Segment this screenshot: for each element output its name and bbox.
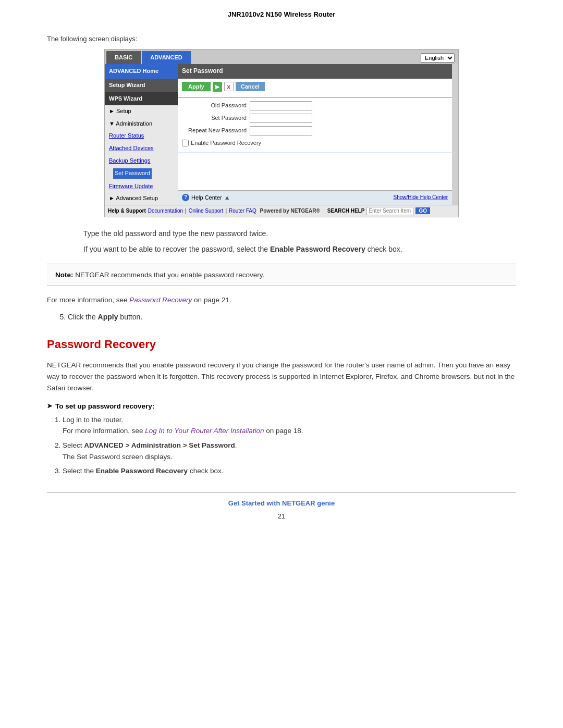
sidebar-wps-wizard[interactable]: WPS Wizard (105, 92, 178, 106)
footer-page-number: 21 (47, 511, 516, 522)
search-input[interactable] (366, 207, 413, 215)
sub-step-1: Log in to the router. For more informati… (63, 414, 516, 437)
router-body: ADVANCED Home Setup Wizard WPS Wizard ► … (105, 64, 458, 205)
documentation-link[interactable]: Documentation (148, 207, 183, 215)
note-box: Note: NETGEAR recommends that you enable… (47, 264, 516, 287)
powered-by-label: Powered by NETGEAR® (259, 207, 320, 215)
section-para1: NETGEAR recommends that you enable passw… (47, 360, 516, 393)
sidebar-advanced-home[interactable]: ADVANCED Home (105, 64, 178, 79)
step-5: Click the Apply button. (68, 311, 516, 323)
sidebar-setup[interactable]: ► Setup (105, 105, 178, 118)
to-setup-label: To set up password recovery: (47, 401, 516, 412)
cancel-button[interactable]: Cancel (236, 82, 265, 91)
repeat-password-input[interactable] (250, 126, 312, 135)
online-support-link[interactable]: Online Support (189, 207, 224, 215)
router-faq-link[interactable]: Router FAQ (229, 207, 256, 215)
page-title: JNR1010v2 N150 Wireless Router (42, 10, 521, 18)
note-text: NETGEAR recommends that you enable passw… (75, 271, 264, 279)
apply-button[interactable]: Apply (182, 82, 211, 91)
old-password-input[interactable] (250, 101, 312, 110)
sidebar-attached-devices[interactable]: Attached Devices (105, 142, 178, 155)
help-support-label: Help & Support (108, 207, 146, 215)
note-label: Note: (55, 271, 74, 279)
apply-arrow-button[interactable]: ▶ (213, 82, 222, 92)
repeat-password-row: Repeat New Password (178, 125, 452, 137)
old-password-label: Old Password (182, 101, 250, 110)
help-center-left: ? Help Center ▲ (182, 193, 230, 203)
sidebar-router-status[interactable]: Router Status (105, 130, 178, 142)
scrollbar[interactable] (452, 64, 458, 205)
intro-text: The following screen displays: (47, 34, 516, 45)
help-arrow-icon[interactable]: ▲ (224, 193, 230, 203)
help-icon: ? (182, 194, 189, 201)
sidebar-administration[interactable]: ▼ Administration (105, 118, 178, 130)
step-3: Type the old password and type the new p… (83, 228, 516, 239)
router-main-header: Set Password (178, 64, 452, 78)
search-help-label: SEARCH HELP (327, 207, 365, 215)
separator1: | (185, 207, 187, 215)
router-sidebar: ADVANCED Home Setup Wizard WPS Wizard ► … (105, 64, 178, 205)
more-info-para: For more information, see Password Recov… (47, 294, 516, 306)
sidebar-set-password[interactable]: Set Password (105, 167, 178, 180)
router-main-content: Set Password Apply ▶ x Cancel Old Passwo… (178, 64, 452, 190)
router-ui-screenshot: BASIC ADVANCED English ADVANCED Home Set… (104, 49, 459, 217)
enable-recovery-row: Enable Password Recovery (178, 137, 452, 151)
x-button[interactable]: x (224, 82, 234, 91)
repeat-password-label: Repeat New Password (182, 126, 250, 135)
login-link[interactable]: Log In to Your Router After Installation (145, 427, 264, 435)
footer-link-text: Get Started with NETGEAR genie (47, 498, 516, 509)
enable-recovery-checkbox[interactable] (182, 140, 189, 146)
old-password-row: Old Password (178, 100, 452, 112)
sub-step-2: Select ADVANCED > Administration > Set P… (63, 440, 516, 462)
router-bottom-bar: Help & Support Documentation | Online Su… (105, 205, 458, 217)
enable-recovery-label: Enable Password Recovery (191, 139, 261, 148)
help-center-label: Help Center (191, 193, 222, 203)
separator2: | (225, 207, 227, 215)
set-password-row: Set Password (178, 112, 452, 125)
set-password-input[interactable] (250, 114, 312, 123)
footer-divider (47, 492, 516, 493)
tab-basic[interactable]: BASIC (106, 51, 141, 65)
step-4: If you want to be able to recover the pa… (83, 243, 516, 255)
show-hide-help-link[interactable]: Show/Hide Help Center (394, 193, 448, 202)
sidebar-setup-wizard[interactable]: Setup Wizard (105, 79, 178, 92)
help-center-bar: ? Help Center ▲ Show/Hide Help Center (178, 190, 452, 205)
go-button[interactable]: GO (415, 207, 430, 214)
language-select[interactable]: English (421, 53, 455, 63)
sidebar-backup-settings[interactable]: Backup Settings (105, 155, 178, 167)
sub-step-3: Select the Enable Password Recovery chec… (63, 465, 516, 477)
section-heading: Password Recovery (47, 335, 516, 353)
router-tab-bar: BASIC ADVANCED English (105, 50, 458, 65)
router-toolbar: Apply ▶ x Cancel (178, 79, 452, 95)
sidebar-firmware-update[interactable]: Firmware Update (105, 180, 178, 193)
password-recovery-link[interactable]: Password Recovery (129, 296, 192, 304)
set-password-label: Set Password (182, 114, 250, 123)
sidebar-advanced-setup[interactable]: ► Advanced Setup (105, 192, 178, 205)
tab-advanced[interactable]: ADVANCED (142, 51, 191, 65)
